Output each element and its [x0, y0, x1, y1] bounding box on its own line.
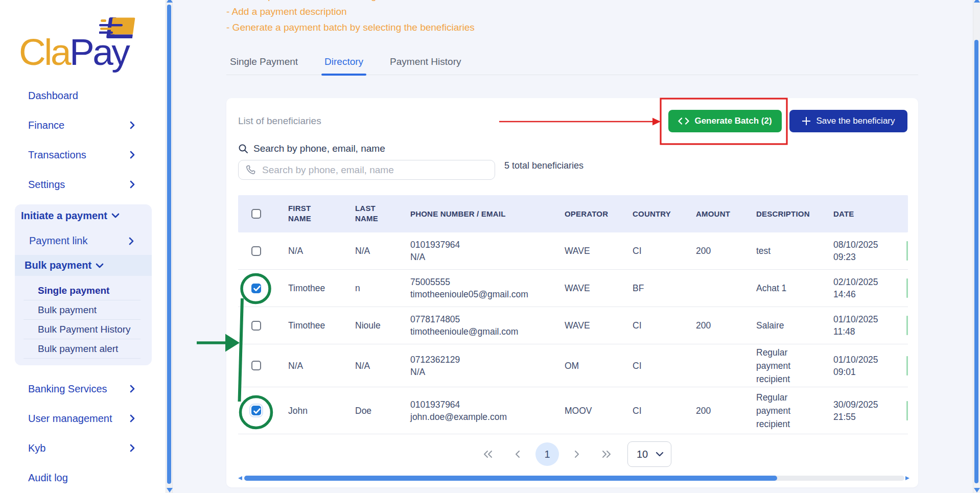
pagination-first-button[interactable] [482, 448, 494, 460]
sidebar-item-single-payment[interactable]: Single payment [24, 281, 141, 300]
sidebar-item-bulk-payment-group[interactable]: Bulk payment [15, 255, 152, 276]
cell-country: CI [633, 245, 696, 257]
table-row: Timothee Nioule 0778174805timotheenioule… [238, 307, 908, 344]
pagination-current-page[interactable]: 1 [535, 442, 559, 466]
sidebar-nav: Dashboard Finance Transactions Settings … [14, 81, 152, 492]
search-label-text: Search by phone, email, name [253, 143, 385, 154]
table-horizontal-scrollbar[interactable] [238, 476, 909, 481]
horizontal-scrollbar-thumb[interactable] [244, 476, 777, 481]
tab-payment-history[interactable]: Payment History [388, 49, 462, 75]
chevron-down-icon [111, 213, 120, 218]
cell-operator: WAVE [565, 282, 633, 294]
sidebar-item-bulk-payment[interactable]: Bulk payment [24, 300, 141, 320]
sidebar-item-bulk-payment-alert[interactable]: Bulk payment alert [24, 339, 141, 359]
chevron-right-icon [130, 444, 135, 452]
brand-blue: Pay [69, 31, 128, 73]
search-icon [238, 144, 248, 154]
generate-batch-button[interactable]: Generate Batch (2) [668, 110, 782, 132]
sidebar-item-label: Kyb [28, 442, 45, 454]
page-scrollbar[interactable] [973, 0, 980, 493]
cell-phone-email: 0778174805timotheenioule@gmail.com [410, 313, 565, 338]
cell-amount: 200 [696, 319, 756, 332]
cell-first-name: Timothee [288, 282, 355, 294]
row-checkbox[interactable] [251, 321, 261, 331]
cell-date: 08/10/202509:23 [833, 239, 908, 263]
sidebar-item-label: Payment link [29, 235, 88, 247]
cell-amount: 200 [696, 245, 756, 257]
page-size-value: 10 [637, 449, 648, 460]
cell-country: BF [633, 282, 696, 294]
scroll-down-arrow-icon[interactable] [167, 488, 173, 492]
table-header-row: FIRST NAME LAST NAME PHONE NUMBER / EMAI… [238, 195, 908, 232]
row-checkbox[interactable] [251, 406, 261, 415]
clipped-action-button [906, 356, 908, 375]
cell-first-name: Timothee [288, 319, 355, 332]
cell-operator: MOOV [565, 405, 633, 417]
chevron-right-icon [130, 121, 135, 129]
sidebar-item-initiate-a-payment[interactable]: Initiate a payment [15, 204, 152, 227]
sidebar-item-label: Bulk payment [38, 304, 97, 316]
pagination-last-button[interactable] [600, 448, 613, 460]
cell-first-name: N/A [288, 360, 355, 372]
scroll-down-arrow-icon[interactable] [974, 488, 980, 492]
sidebar-item-dashboard[interactable]: Dashboard [14, 81, 152, 110]
page-scrollbar-thumb[interactable] [974, 40, 978, 483]
sidebar-item-payment-link[interactable]: Payment link [15, 227, 152, 255]
search-section-label: Search by phone, email, name [238, 143, 385, 154]
sidebar-item-kyb[interactable]: Kyb [14, 433, 152, 463]
row-checkbox[interactable] [251, 361, 261, 370]
save-beneficiary-button[interactable]: Save the beneficiary [789, 110, 907, 132]
table-row: Timothee n 75005555timotheenioule05@gmai… [238, 270, 908, 307]
cell-last-name: N/A [355, 360, 410, 372]
scroll-left-arrow-icon[interactable] [238, 476, 242, 480]
cell-country: CI [633, 319, 696, 332]
sidebar-scrollbar-thumb[interactable] [167, 5, 171, 484]
cell-last-name: N/A [355, 245, 410, 257]
cell-date: 02/10/202514:46 [833, 276, 908, 300]
scroll-up-arrow-icon[interactable] [974, 0, 980, 3]
sidebar-item-audit-log[interactable]: Audit log [14, 463, 152, 492]
card-title: List of beneficiaries [238, 115, 321, 127]
row-checkbox[interactable] [251, 284, 261, 293]
sidebar-item-bulk-payment-history[interactable]: Bulk Payment History [24, 320, 141, 339]
sidebar-item-user-management[interactable]: User management [14, 404, 152, 433]
sidebar-item-label: Bulk payment alert [38, 343, 118, 355]
brand-gold: Cla [19, 31, 69, 73]
scroll-up-arrow-icon[interactable] [167, 0, 173, 3]
col-header-operator: OPERATOR [565, 208, 633, 220]
search-input[interactable] [262, 165, 487, 176]
tab-label: Single Payment [230, 56, 298, 67]
scroll-right-arrow-icon[interactable] [905, 476, 909, 480]
table-row: John Doe 0101937964john.doe@example.com … [238, 387, 908, 434]
cell-last-name: Doe [355, 405, 410, 417]
card-header: List of beneficiaries Generate Batch (2)… [238, 110, 907, 132]
beneficiaries-table: FIRST NAME LAST NAME PHONE NUMBER / EMAI… [238, 195, 908, 434]
cell-last-name: Nioule [355, 319, 410, 332]
cell-phone-email: 75005555timotheenioule05@gmail.com [410, 276, 565, 300]
cell-date: 01/10/202509:01 [833, 354, 908, 378]
total-beneficiaries-label: 5 total beneficiaries [504, 160, 584, 171]
row-checkbox[interactable] [251, 246, 261, 256]
sidebar-item-settings[interactable]: Settings [14, 170, 152, 199]
select-all-checkbox[interactable] [251, 209, 261, 219]
cell-description: test [756, 244, 833, 257]
col-header-phone: PHONE NUMBER / EMAIL [410, 208, 565, 220]
tab-single-payment[interactable]: Single Payment [228, 49, 299, 75]
col-header-date: DATE [833, 208, 908, 220]
pagination-next-button[interactable] [571, 448, 583, 460]
hint-line-generate: - Generate a payment batch by selecting … [226, 19, 475, 35]
sidebar: ClaPay Dashboard Finance Transactions Se… [0, 0, 166, 493]
pagination-prev-button[interactable] [511, 448, 524, 460]
sidebar-scrollbar[interactable] [166, 0, 173, 493]
cell-country: CI [633, 360, 696, 372]
tab-directory[interactable]: Directory [323, 49, 365, 75]
tab-label: Payment History [390, 56, 461, 67]
sidebar-item-finance[interactable]: Finance [14, 110, 152, 140]
sidebar-item-transactions[interactable]: Transactions [14, 140, 152, 170]
cell-country: CI [633, 405, 696, 417]
code-brackets-icon [678, 118, 689, 125]
col-header-last-name: LAST NAME [355, 203, 410, 225]
page-size-select[interactable]: 10 [627, 441, 671, 467]
sidebar-item-banking-services[interactable]: Banking Services [14, 374, 152, 404]
instruction-hints: - Add the phone number and charge - Add … [226, 0, 475, 35]
